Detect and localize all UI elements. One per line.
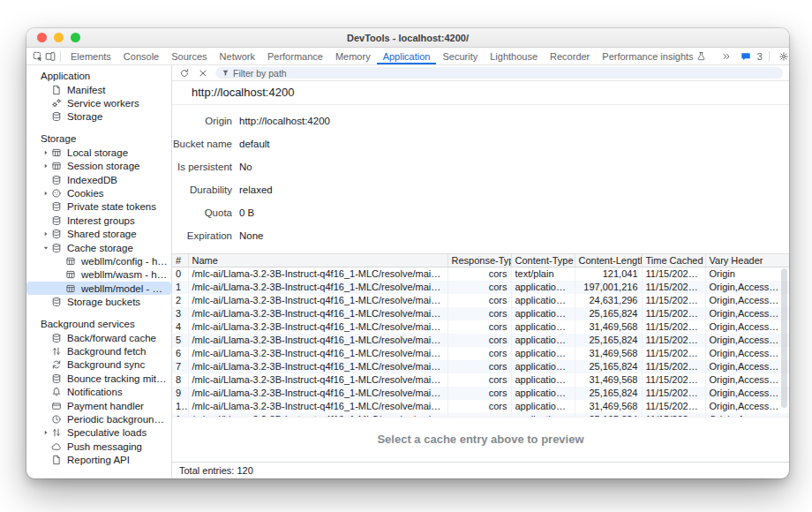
sidebar-item-local-storage[interactable]: Local storage (26, 146, 171, 159)
column-header-response-type[interactable]: Response-Type (447, 254, 511, 267)
cell-time-cached: 11/15/2024, 10… (642, 267, 705, 281)
sidebar-item-webllm-config-http-loc[interactable]: webllm/config - http://loc… (26, 254, 171, 267)
cache-entry-row[interactable]: 3/mlc-ai/Llama-3.2-3B-Instruct-q4f16_1-M… (172, 307, 789, 320)
column-header-content-length[interactable]: Content-Length (575, 254, 642, 267)
tab-application[interactable]: Application (377, 48, 437, 64)
sidebar-item-interest-groups[interactable]: Interest groups (26, 214, 171, 227)
sidebar-item-label: Manifest (67, 85, 109, 95)
minimize-window-button[interactable] (54, 33, 64, 42)
more-tabs-icon[interactable] (719, 49, 734, 64)
sidebar-item-indexeddb[interactable]: IndexedDB (26, 173, 171, 186)
metadata-label: Origin (172, 116, 232, 139)
chevron-right-icon[interactable] (41, 149, 51, 156)
sidebar-item-payment-handler[interactable]: Payment handler (26, 399, 171, 412)
tab-memory[interactable]: Memory (329, 48, 377, 64)
cache-entry-row[interactable]: 9/mlc-ai/Llama-3.2-3B-Instruct-q4f16_1-M… (172, 387, 789, 400)
tab-performance[interactable]: Performance (261, 48, 329, 64)
tab-recorder[interactable]: Recorder (544, 48, 596, 64)
cache-entry-row[interactable]: 6/mlc-ai/Llama-3.2-3B-Instruct-q4f16_1-M… (172, 347, 789, 360)
tab-security[interactable]: Security (436, 48, 484, 64)
cell-time-cached: 11/15/2024, 10… (642, 387, 705, 400)
sidebar-item-bounce-tracking-mitigations[interactable]: Bounce tracking mitigations (26, 372, 171, 385)
cell-vary-header: Origin,Access… (705, 320, 789, 334)
chevron-right-icon[interactable] (41, 230, 51, 237)
cache-entry-row[interactable]: 4/mlc-ai/Llama-3.2-3B-Instruct-q4f16_1-M… (172, 320, 789, 334)
chevron-right-icon[interactable] (41, 190, 51, 197)
tab-elements[interactable]: Elements (64, 48, 117, 64)
sidebar-item-back-forward-cache[interactable]: Back/forward cache (26, 331, 171, 344)
sidebar-item-background-fetch[interactable]: Background fetch (26, 344, 171, 358)
inspect-element-icon[interactable] (33, 49, 43, 64)
sidebar-item-webllm-model-http-loc[interactable]: webllm/model - http://loc… (26, 282, 171, 295)
column-header-content-type[interactable]: Content-Type (511, 254, 575, 267)
refresh-icon[interactable] (178, 67, 191, 79)
cache-entry-row[interactable]: 8/mlc-ai/Llama-3.2-3B-Instruct-q4f16_1-M… (172, 373, 789, 387)
chevron-down-icon[interactable] (41, 245, 51, 252)
table-scrollbar[interactable] (781, 268, 787, 408)
sidebar-item-webllm-wasm-http-loca[interactable]: webllm/wasm - http://loca… (26, 268, 171, 282)
sidebar-item-label: Bounce tracking mitigations (67, 373, 171, 384)
sidebar-item-storage-buckets[interactable]: Storage buckets (26, 295, 171, 308)
cell-content-type: application/oc… (511, 347, 575, 360)
cache-entry-row[interactable]: 5/mlc-ai/Llama-3.2-3B-Instruct-q4f16_1-M… (172, 334, 789, 347)
sidebar-item-label: Shared storage (67, 229, 140, 239)
settings-gear-icon[interactable] (777, 49, 789, 64)
tab-console[interactable]: Console (117, 48, 165, 64)
delete-selected-icon[interactable] (197, 67, 209, 79)
cache-entry-row[interactable]: 10/mlc-ai/Llama-3.2-3B-Instruct-q4f16_1-… (172, 400, 789, 413)
cell-vary-header: Origin,Access… (705, 400, 789, 413)
sidebar-item-service-workers[interactable]: Service workers (26, 96, 171, 109)
tab-lighthouse[interactable]: Lighthouse (484, 48, 544, 64)
cache-entry-row[interactable]: 7/mlc-ai/Llama-3.2-3B-Instruct-q4f16_1-M… (172, 360, 789, 373)
cell-content-type: application/oc… (511, 294, 575, 307)
chevron-right-icon[interactable] (41, 162, 51, 169)
sidebar-item-cookies[interactable]: Cookies (26, 186, 171, 200)
cell-content-type: application/oc… (511, 320, 575, 334)
sidebar-item-notifications[interactable]: Notifications (26, 385, 171, 398)
sidebar-item-speculative-loads[interactable]: Speculative loads (26, 426, 171, 440)
sidebar-item-private-state-tokens[interactable]: Private state tokens (26, 200, 171, 214)
sidebar-item-session-storage[interactable]: Session storage (26, 160, 171, 173)
sidebar-item-shared-storage[interactable]: Shared storage (26, 228, 171, 241)
cell-: 3 (172, 307, 188, 320)
filter-by-path-input[interactable] (233, 68, 777, 79)
cell-vary-header: Origin,Access… (705, 373, 789, 387)
sidebar-item-periodic-background-sync[interactable]: Periodic background sync (26, 412, 171, 425)
sidebar-item-push-messaging[interactable]: Push messaging (26, 440, 171, 453)
column-header-[interactable]: # (172, 254, 188, 267)
column-header-time-cached[interactable]: Time Cached (642, 254, 705, 267)
tab-label: Console (124, 51, 159, 62)
column-header-vary-header[interactable]: Vary Header (705, 254, 789, 267)
sidebar-item-label: webllm/model - http://loc… (81, 283, 171, 294)
cell-vary-header: Origin,Access… (705, 281, 789, 294)
tab-label: Network (220, 51, 255, 62)
database-icon (51, 175, 62, 185)
cache-entry-row[interactable]: 1/mlc-ai/Llama-3.2-3B-Instruct-q4f16_1-M… (172, 281, 789, 294)
sidebar-item-label: Service workers (67, 98, 143, 109)
zoom-window-button[interactable] (71, 33, 80, 42)
sidebar-item-label: Session storage (67, 161, 143, 171)
tab-sources[interactable]: Sources (165, 48, 213, 64)
cache-entry-row[interactable]: 2/mlc-ai/Llama-3.2-3B-Instruct-q4f16_1-M… (172, 294, 789, 307)
sidebar-item-reporting-api[interactable]: Reporting API (26, 453, 171, 466)
cell-: 1 (172, 281, 188, 294)
cell-time-cached: 11/15/2024, 10… (642, 294, 705, 307)
filter-funnel-icon (222, 69, 229, 77)
sidebar-item-manifest[interactable]: Manifest (26, 83, 171, 96)
cache-entry-row[interactable]: 0/mlc-ai/Llama-3.2-3B-Instruct-q4f16_1-M… (172, 267, 789, 281)
device-toolbar-icon[interactable] (45, 49, 56, 64)
column-header-name[interactable]: Name (188, 254, 447, 267)
chevron-right-icon[interactable] (41, 429, 51, 436)
sidebar-item-cache-storage[interactable]: Cache storage (26, 241, 171, 254)
database-icon (51, 333, 62, 343)
sidebar-item-background-sync[interactable]: Background sync (26, 358, 171, 372)
cell-: 4 (172, 320, 188, 334)
tab-label: Lighthouse (490, 51, 538, 62)
tab-network[interactable]: Network (214, 48, 261, 64)
cache-entry-row[interactable]: 11/mlc-ai/Llama-3.2-3B-Instruct-q4f16_1-… (172, 413, 789, 417)
sidebar-item-storage[interactable]: Storage (26, 110, 171, 124)
issues-button[interactable]: 3 (738, 49, 763, 64)
tab-performance-insights[interactable]: Performance insights (596, 48, 718, 64)
cell-vary-header: Origin (705, 267, 789, 281)
close-window-button[interactable] (37, 33, 47, 42)
